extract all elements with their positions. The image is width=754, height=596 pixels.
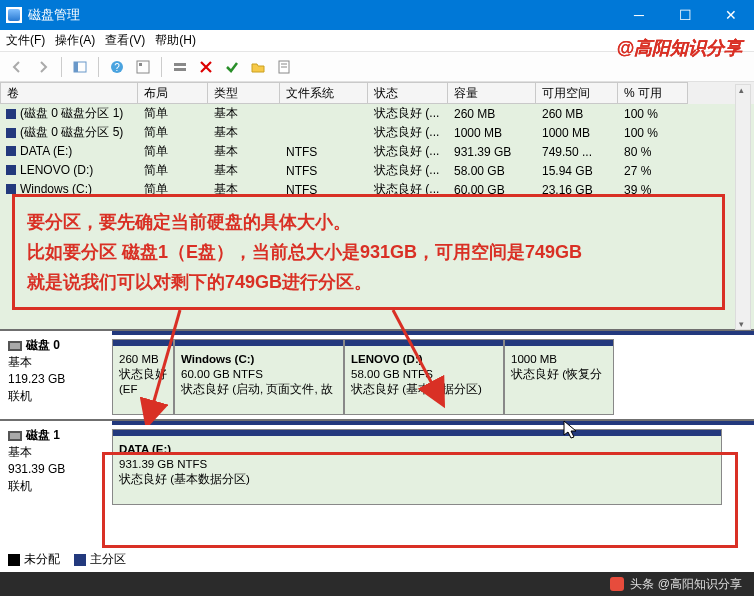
disk0-part2[interactable]: LENOVO (D:) 58.00 GB NTFS 状态良好 (基本数据分区) bbox=[344, 339, 504, 415]
back-icon[interactable] bbox=[6, 56, 28, 78]
menu-action[interactable]: 操作(A) bbox=[55, 32, 95, 49]
legend-primary-swatch bbox=[74, 554, 86, 566]
disk1-type: 基本 bbox=[8, 444, 104, 461]
disk-management-icon bbox=[6, 7, 22, 23]
svg-rect-7 bbox=[174, 68, 186, 71]
svg-rect-5 bbox=[139, 63, 142, 66]
col-fs[interactable]: 文件系统 bbox=[280, 82, 368, 104]
legend-primary: 主分区 bbox=[90, 552, 126, 566]
disk0-part0[interactable]: 260 MB 状态良好 (EF bbox=[112, 339, 174, 415]
disk1-name: 磁盘 1 bbox=[26, 427, 60, 444]
annotation-line1: 要分区，要先确定当前硬盘的具体大小。 bbox=[27, 207, 710, 237]
menu-file[interactable]: 文件(F) bbox=[6, 32, 45, 49]
disk0-part1[interactable]: Windows (C:) 60.00 GB NTFS 状态良好 (启动, 页面文… bbox=[174, 339, 344, 415]
toutiao-logo-icon bbox=[610, 577, 624, 591]
footer-text: 头条 @高阳知识分享 bbox=[630, 576, 742, 593]
disk0-type: 基本 bbox=[8, 354, 104, 371]
col-type[interactable]: 类型 bbox=[208, 82, 280, 104]
col-pct[interactable]: % 可用 bbox=[618, 82, 688, 104]
disk-list-icon[interactable] bbox=[169, 56, 191, 78]
maximize-button[interactable]: ☐ bbox=[662, 0, 708, 30]
disk0-state: 联机 bbox=[8, 388, 104, 405]
disk1-info: 磁盘 1 基本 931.39 GB 联机 bbox=[0, 421, 112, 509]
help-icon[interactable]: ? bbox=[106, 56, 128, 78]
annotation-line3: 就是说我们可以对剩下的749GB进行分区。 bbox=[27, 267, 710, 297]
minimize-button[interactable]: ─ bbox=[616, 0, 662, 30]
window-controls: ─ ☐ ✕ bbox=[616, 0, 754, 30]
disk0-size: 119.23 GB bbox=[8, 371, 104, 388]
menu-view[interactable]: 查看(V) bbox=[105, 32, 145, 49]
legend: 未分配 主分区 bbox=[8, 551, 126, 568]
delete-icon[interactable] bbox=[195, 56, 217, 78]
new-folder-icon[interactable] bbox=[247, 56, 269, 78]
disk1-state: 联机 bbox=[8, 478, 104, 495]
footer-watermark: 头条 @高阳知识分享 bbox=[0, 572, 754, 596]
forward-icon[interactable] bbox=[32, 56, 54, 78]
volume-row[interactable]: LENOVO (D:)简单基本NTFS状态良好 (...58.00 GB15.9… bbox=[0, 161, 754, 180]
watermark-top: @高阳知识分享 bbox=[616, 36, 742, 60]
col-free[interactable]: 可用空间 bbox=[536, 82, 618, 104]
col-status[interactable]: 状态 bbox=[368, 82, 448, 104]
volume-row[interactable]: DATA (E:)简单基本NTFS状态良好 (...931.39 GB749.5… bbox=[0, 142, 754, 161]
disk0-info: 磁盘 0 基本 119.23 GB 联机 bbox=[0, 331, 112, 419]
volume-row[interactable]: (磁盘 0 磁盘分区 5)简单基本状态良好 (...1000 MB1000 MB… bbox=[0, 123, 754, 142]
menu-help[interactable]: 帮助(H) bbox=[155, 32, 196, 49]
disk-icon bbox=[8, 431, 22, 441]
col-layout[interactable]: 布局 bbox=[138, 82, 208, 104]
grid-header: 卷 布局 类型 文件系统 状态 容量 可用空间 % 可用 bbox=[0, 82, 754, 104]
close-button[interactable]: ✕ bbox=[708, 0, 754, 30]
svg-text:?: ? bbox=[114, 62, 120, 73]
col-volume[interactable]: 卷 bbox=[0, 82, 138, 104]
annotation-line2: 比如要分区 磁盘1（E盘），当前总大小是931GB，可用空间是749GB bbox=[27, 237, 710, 267]
svg-rect-4 bbox=[137, 61, 149, 73]
legend-unalloc: 未分配 bbox=[24, 552, 60, 566]
properties-icon[interactable] bbox=[273, 56, 295, 78]
svg-rect-1 bbox=[74, 62, 78, 72]
titlebar: 磁盘管理 ─ ☐ ✕ bbox=[0, 0, 754, 30]
scrollbar-vertical[interactable] bbox=[735, 84, 751, 330]
disk0-section: 磁盘 0 基本 119.23 GB 联机 260 MB 状态良好 (EF Win… bbox=[0, 329, 754, 419]
disk1-size: 931.39 GB bbox=[8, 461, 104, 478]
volume-row[interactable]: (磁盘 0 磁盘分区 1)简单基本状态良好 (...260 MB260 MB10… bbox=[0, 104, 754, 123]
disk0-part3[interactable]: 1000 MB 状态良好 (恢复分 bbox=[504, 339, 614, 415]
options-icon[interactable] bbox=[132, 56, 154, 78]
legend-unalloc-swatch bbox=[8, 554, 20, 566]
svg-rect-6 bbox=[174, 63, 186, 66]
annotation-box: 要分区，要先确定当前硬盘的具体大小。 比如要分区 磁盘1（E盘），当前总大小是9… bbox=[12, 194, 725, 310]
disk1-section: 磁盘 1 基本 931.39 GB 联机 DATA (E:) 931.39 GB… bbox=[0, 419, 754, 509]
check-icon[interactable] bbox=[221, 56, 243, 78]
disk1-part0[interactable]: DATA (E:) 931.39 GB NTFS 状态良好 (基本数据分区) bbox=[112, 429, 722, 505]
disk0-name: 磁盘 0 bbox=[26, 337, 60, 354]
disk-icon bbox=[8, 341, 22, 351]
col-capacity[interactable]: 容量 bbox=[448, 82, 536, 104]
window-title: 磁盘管理 bbox=[28, 6, 616, 24]
panel-icon[interactable] bbox=[69, 56, 91, 78]
